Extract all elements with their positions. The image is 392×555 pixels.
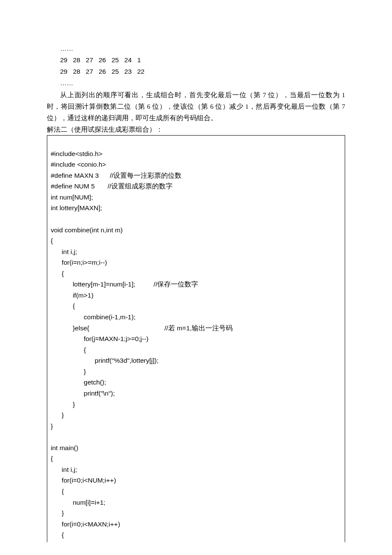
code-line: #include<stdio.h>	[51, 150, 103, 157]
code-line: }	[51, 509, 64, 517]
sequence-ellipsis-1: ……	[47, 43, 345, 54]
page: …… 29 28 27 26 25 24 1 29 28 27 26 25 23…	[0, 0, 392, 555]
code-line: {	[51, 531, 64, 538]
code-line: int i,j;	[51, 248, 77, 255]
code-line: int main()	[51, 444, 78, 451]
code-line: for(i=0;i<NUM;i++)	[51, 477, 116, 484]
code-line: int lottery[MAXN];	[51, 204, 102, 211]
code-line: {	[51, 488, 64, 495]
code-line: int num[NUM];	[51, 194, 93, 201]
code-block: #include<stdio.h> #include <conio.h> #de…	[47, 135, 345, 542]
code-line: lottery[m-1]=num[i-1]; //保存一位数字	[51, 280, 198, 288]
explanation-paragraph: 从上面列出的顺序可看出，生成组合时，首先变化最后一位（第 7 位），当最后一位数…	[47, 89, 345, 124]
code-line: combine(i-1,m-1);	[51, 313, 135, 321]
code-line: int i,j;	[51, 466, 77, 473]
code-line: for(i=n;i>=m;i--)	[51, 259, 107, 266]
code-line: #define NUM 5 //设置组成彩票的数字	[51, 182, 173, 190]
code-line: printf("%3d",lottery[j]);	[51, 357, 159, 364]
code-line: void combine(int n,int m)	[51, 226, 123, 234]
code-line: for(i=0;i<MAXN;i++)	[51, 520, 120, 528]
code-line: #define MAXN 3 //设置每一注彩票的位数	[51, 172, 182, 179]
code-line: getch();	[51, 379, 106, 386]
code-line: printf("\n");	[51, 390, 115, 397]
code-line: {	[51, 270, 64, 277]
code-line: if(m>1)	[51, 292, 93, 299]
code-line: {	[51, 302, 75, 309]
solution-label: 解法二（使用试探法生成彩票组合）：	[47, 124, 345, 135]
sequence-row-2: 29 28 27 26 25 23 22	[47, 66, 345, 77]
sequence-row-1: 29 28 27 26 25 24 1	[47, 54, 345, 66]
code-line: }	[51, 422, 53, 430]
code-line: {	[51, 455, 53, 462]
code-line: {	[51, 237, 53, 244]
code-line: for(j=MAXN-1;j>=0;j--)	[51, 335, 149, 342]
code-line: {	[51, 346, 86, 353]
code-line: }	[51, 411, 64, 419]
code-line: }	[51, 401, 75, 408]
code-line: }else{ //若 m=1,输出一注号码	[51, 324, 233, 332]
code-line: }	[51, 368, 86, 375]
code-line: #include <conio.h>	[51, 161, 106, 168]
sequence-ellipsis-2: ……	[47, 77, 345, 89]
code-line: num[i]=i+1;	[51, 499, 105, 506]
